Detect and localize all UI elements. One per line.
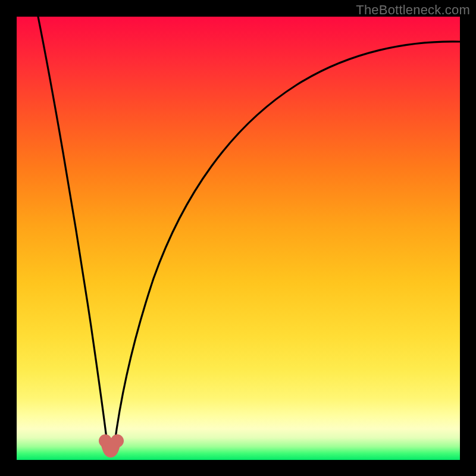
plot-area <box>17 17 460 460</box>
bottleneck-curve <box>17 17 460 460</box>
curve-left-branch <box>38 17 108 448</box>
outer-frame: TheBottleneck.com <box>0 0 476 476</box>
valley-marker-bottom <box>105 443 118 456</box>
attribution-text: TheBottleneck.com <box>356 2 470 18</box>
curve-right-branch <box>114 42 460 446</box>
